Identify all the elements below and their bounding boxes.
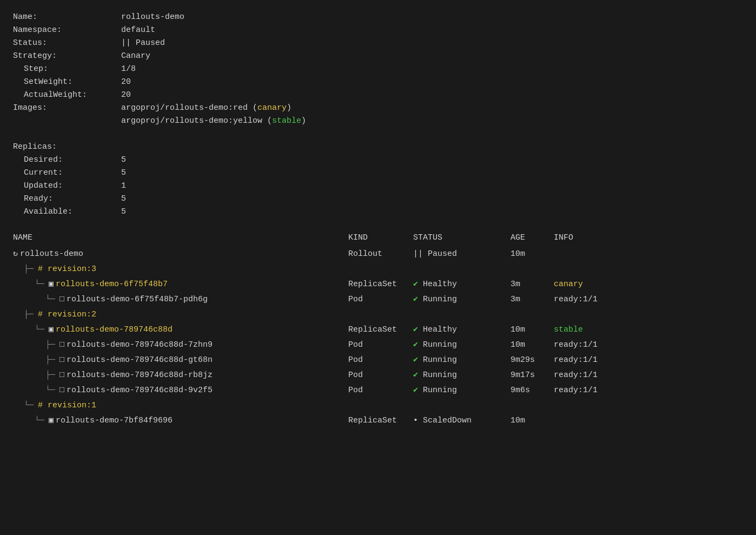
rs1-name: rollouts-demo-7bf84f9696: [56, 414, 173, 427]
namespace-value: default: [121, 24, 155, 37]
status-value: || Paused: [121, 37, 165, 50]
actualweight-value: 20: [121, 89, 131, 102]
name-value: rollouts-demo: [121, 11, 184, 24]
pod2-2-age: 9m29s: [510, 354, 554, 367]
tree-char-r1: └─: [13, 399, 34, 412]
pod3-1-name-cell: └─ □ rollouts-demo-6f75f48b7-pdh6g: [13, 293, 348, 306]
metadata-section: Name: rollouts-demo Namespace: default S…: [13, 11, 743, 128]
updated-row: Updated: 1: [13, 180, 743, 193]
setweight-value: 20: [121, 76, 131, 89]
status-label: Status:: [13, 37, 121, 50]
pod2-1-status: ✔ Running: [413, 339, 510, 352]
updated-value: 1: [121, 180, 126, 193]
pod2-1-row: ├─ □ rollouts-demo-789746c88d-7zhn9 Pod …: [13, 338, 743, 353]
strategy-label: Strategy:: [13, 50, 121, 63]
revision1-label: # revision:1: [38, 399, 96, 412]
image2-row: argoproj/rollouts-demo:yellow (stable): [13, 115, 743, 128]
pod3-1-age: 3m: [510, 293, 554, 306]
pod2-1-name: rollouts-demo-789746c88d-7zhn9: [67, 339, 213, 352]
revision3-name-cell: ├─ # revision:3: [13, 263, 348, 276]
pod2-1-name-cell: ├─ □ rollouts-demo-789746c88d-7zhn9: [13, 339, 348, 352]
replicas-section: Replicas: Desired: 5 Current: 5 Updated:…: [13, 141, 743, 219]
pod2-2-name-cell: ├─ □ rollouts-demo-789746c88d-gt68n: [13, 354, 348, 367]
pod2-3-info: ready:1/1: [554, 369, 662, 382]
actualweight-row: ActualWeight: 20: [13, 89, 743, 102]
pod2-4-status: ✔ Running: [413, 384, 510, 397]
pod2-4-icon: □: [59, 384, 64, 397]
current-value: 5: [121, 167, 126, 180]
revision3-row: ├─ # revision:3: [13, 262, 743, 277]
pod2-4-kind: Pod: [348, 384, 413, 397]
ready-value: 5: [121, 193, 126, 206]
rs2-kind: ReplicaSet: [348, 323, 413, 336]
pause-icon: ||: [121, 38, 136, 48]
pod2-3-kind: Pod: [348, 369, 413, 382]
rollout-icon: ↻: [13, 248, 18, 261]
images-row: Images: argoproj/rollouts-demo:red (cana…: [13, 102, 743, 115]
pod2-3-icon: □: [59, 369, 64, 382]
rs3-kind: ReplicaSet: [348, 278, 413, 291]
rs2-icon: ▣: [49, 323, 54, 336]
namespace-row: Namespace: default: [13, 24, 743, 37]
rollout-row: ↻ rollouts-demo Rollout || Paused 10m: [13, 247, 743, 262]
rs3-name-cell: └─ ▣ rollouts-demo-6f75f48b7: [13, 278, 348, 291]
table-header: NAME KIND STATUS AGE INFO: [13, 232, 743, 245]
desired-value: 5: [121, 154, 126, 167]
pod2-2-status: ✔ Running: [413, 354, 510, 367]
tree-char-rs2: └─: [13, 323, 44, 336]
revision2-row: ├─ # revision:2: [13, 307, 743, 322]
pod2-3-name-cell: ├─ □ rollouts-demo-789746c88d-rb8jz: [13, 369, 348, 382]
pod2-3-status: ✔ Running: [413, 369, 510, 382]
pod2-3-row: ├─ □ rollouts-demo-789746c88d-rb8jz Pod …: [13, 368, 743, 383]
available-row: Available: 5: [13, 206, 743, 219]
pod3-1-info: ready:1/1: [554, 293, 662, 306]
revision2-label: # revision:2: [38, 308, 96, 321]
desired-row: Desired: 5: [13, 154, 743, 167]
rs1-kind: ReplicaSet: [348, 414, 413, 427]
pod3-1-row: └─ □ rollouts-demo-6f75f48b7-pdh6g Pod ✔…: [13, 292, 743, 307]
rollout-status: || Paused: [413, 248, 510, 261]
pod2-2-name: rollouts-demo-789746c88d-gt68n: [67, 354, 213, 367]
rollout-kind: Rollout: [348, 248, 413, 261]
table-section: NAME KIND STATUS AGE INFO ↻ rollouts-dem…: [13, 232, 743, 428]
step-label: Step:: [13, 63, 121, 76]
pod2-4-age: 9m6s: [510, 384, 554, 397]
pod2-1-kind: Pod: [348, 339, 413, 352]
revision3-label: # revision:3: [38, 263, 96, 276]
image2-value: argoproj/rollouts-demo:yellow (stable): [121, 115, 306, 128]
pod2-1-age: 10m: [510, 339, 554, 352]
tree-char-pod2-3: ├─: [13, 369, 55, 382]
actualweight-label: ActualWeight:: [13, 89, 121, 102]
rs1-status: • ScaledDown: [413, 414, 510, 427]
rs1-age: 10m: [510, 414, 554, 427]
rs1-name-cell: └─ ▣ rollouts-demo-7bf84f9696: [13, 414, 348, 427]
pod2-4-name: rollouts-demo-789746c88d-9v2f5: [67, 384, 213, 397]
setweight-label: SetWeight:: [13, 76, 121, 89]
image2-label-spacer: [13, 115, 121, 128]
pod3-1-kind: Pod: [348, 293, 413, 306]
pod2-2-row: ├─ □ rollouts-demo-789746c88d-gt68n Pod …: [13, 353, 743, 368]
pod2-4-name-cell: └─ □ rollouts-demo-789746c88d-9v2f5: [13, 384, 348, 397]
rs3-age: 3m: [510, 278, 554, 291]
tree-char-pod2-4: └─: [13, 384, 55, 397]
tree-char-rs3: └─: [13, 278, 44, 291]
revision1-name-cell: └─ # revision:1: [13, 399, 348, 412]
rollout-age: 10m: [510, 248, 554, 261]
available-label: Available:: [13, 206, 121, 219]
current-label: Current:: [13, 167, 121, 180]
step-value: 1/8: [121, 63, 136, 76]
pod2-2-kind: Pod: [348, 354, 413, 367]
current-row: Current: 5: [13, 167, 743, 180]
pod2-1-info: ready:1/1: [554, 339, 662, 352]
revision2-name-cell: ├─ # revision:2: [13, 308, 348, 321]
images-label: Images:: [13, 102, 121, 115]
rs3-row: └─ ▣ rollouts-demo-6f75f48b7 ReplicaSet …: [13, 277, 743, 292]
rs1-icon: ▣: [49, 414, 54, 427]
strategy-value: Canary: [121, 50, 150, 63]
col-info: INFO: [554, 232, 662, 245]
tree-char-r2: ├─: [13, 308, 34, 321]
rs3-status: ✔ Healthy: [413, 278, 510, 291]
rs2-info: stable: [554, 323, 662, 336]
pod2-4-row: └─ □ rollouts-demo-789746c88d-9v2f5 Pod …: [13, 383, 743, 398]
rollout-name: rollouts-demo: [20, 248, 83, 261]
